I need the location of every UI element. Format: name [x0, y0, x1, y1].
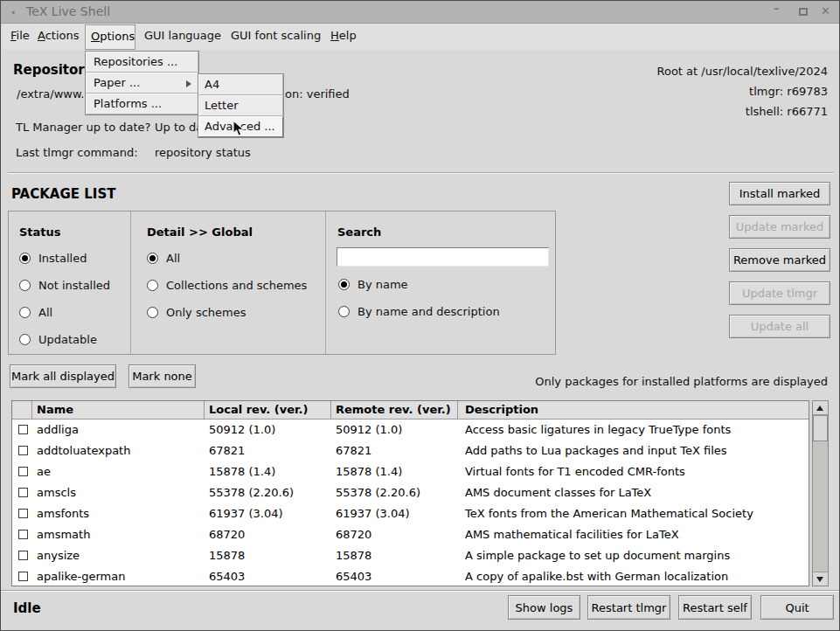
menu-bar: File Actions Options GUI language GUI fo… — [2, 24, 840, 50]
repository-heading: Repository — [13, 62, 94, 78]
filter-separator — [325, 211, 326, 354]
row-checkbox[interactable] — [18, 425, 28, 434]
mouse-cursor — [233, 120, 245, 137]
package-list-heading: PACKAGE LIST — [11, 186, 115, 202]
section-separator — [8, 172, 834, 174]
menu-help[interactable]: Help — [330, 29, 357, 42]
radio-icon — [19, 253, 31, 264]
menu-gui-font-scaling[interactable]: GUI font scaling — [231, 29, 321, 42]
table-row[interactable]: addliga 50912 (1.0) 50912 (1.0) Access b… — [12, 420, 809, 440]
last-tlmgr-command-value: repository status — [155, 146, 251, 159]
install-marked-button[interactable]: Install marked — [729, 182, 830, 205]
menu-item-letter[interactable]: Letter — [198, 95, 283, 116]
menu-item-a4[interactable]: A4 — [198, 74, 283, 95]
scrollbar-thumb[interactable] — [813, 415, 828, 441]
header-local-rev: Local rev. (ver.) — [205, 401, 331, 420]
platforms-note: Only packages for installed platforms ar… — [535, 375, 828, 388]
radio-icon — [147, 307, 158, 318]
scroll-up-button[interactable] — [813, 401, 828, 415]
search-input[interactable] — [337, 247, 549, 267]
table-row[interactable]: ae 15878 (1.4) 15878 (1.4) Virtual fonts… — [12, 461, 809, 482]
table-row[interactable]: amsmath 68720 68720 AMS mathematical fac… — [12, 524, 809, 545]
radio-icon — [19, 334, 31, 345]
title-bar[interactable]: • TeX Live Shell – ✕ — [1, 1, 839, 24]
menu-gui-language[interactable]: GUI language — [144, 29, 221, 42]
row-checkbox[interactable] — [18, 467, 28, 476]
row-checkbox[interactable] — [18, 509, 28, 518]
root-path-label: Root at /usr/local/texlive/2024 — [656, 65, 828, 78]
menu-options[interactable]: Options — [85, 24, 135, 50]
table-row[interactable]: apalike-german 65403 65403 A copy of apa… — [12, 566, 809, 586]
mark-none-button[interactable]: Mark none — [128, 364, 196, 388]
update-tlmgr-button: Update tlmgr — [729, 281, 830, 305]
arrow-down-icon — [816, 577, 823, 582]
show-logs-button[interactable]: Show logs — [508, 595, 580, 620]
search-group-label: Search — [337, 225, 381, 239]
tlshell-revision-label: tlshell: r66771 — [746, 105, 828, 118]
app-icon: • — [10, 7, 17, 18]
window-title: TeX Live Shell — [26, 4, 110, 18]
repository-url: /extra/www. — [17, 87, 84, 101]
table-row[interactable]: anysize 15878 15878 A simple package to … — [12, 545, 809, 566]
row-checkbox[interactable] — [18, 488, 28, 497]
minimize-icon[interactable]: – — [774, 2, 780, 15]
table-row[interactable]: amsfonts 61937 (3.04) 61937 (3.04) TeX f… — [12, 503, 809, 524]
radio-icon — [338, 306, 350, 317]
row-checkbox[interactable] — [18, 446, 28, 455]
mark-all-displayed-button[interactable]: Mark all displayed — [10, 364, 116, 388]
table-header-row: Name Local rev. (ver.) Remote rev. (ver.… — [12, 401, 809, 420]
status-text: Idle — [13, 600, 41, 616]
arrow-up-icon — [816, 406, 823, 411]
menu-item-platforms[interactable]: Platforms ... — [86, 94, 198, 114]
tl-manager-uptodate-label: TL Manager up to date? — [16, 121, 150, 134]
status-group-label: Status — [19, 225, 61, 239]
update-all-button: Update all — [729, 315, 830, 338]
header-remote-rev: Remote rev. (ver.) — [331, 401, 458, 420]
menu-item-paper[interactable]: Paper ... — [86, 73, 198, 94]
radio-icon — [19, 307, 31, 318]
radio-icon — [147, 280, 158, 291]
detail-group-label: Detail >> Global — [147, 225, 253, 239]
radio-icon — [338, 279, 350, 290]
header-name: Name — [32, 401, 205, 420]
filter-separator — [130, 211, 131, 354]
row-checkbox[interactable] — [18, 572, 28, 581]
options-dropdown-menu: Repositories ... Paper ... Platforms ... — [85, 51, 199, 115]
quit-button[interactable]: Quit — [760, 595, 834, 620]
vertical-scrollbar[interactable] — [812, 400, 829, 586]
menu-item-repositories[interactable]: Repositories ... — [86, 52, 198, 73]
tex-live-shell-window: • TeX Live Shell – ✕ File Actions Option… — [0, 0, 840, 631]
menu-actions[interactable]: Actions — [38, 29, 80, 42]
filter-panel: Status Installed Not installed All Updat… — [8, 211, 556, 355]
tlmgr-revision-label: tlmgr: r69783 — [749, 85, 828, 98]
radio-icon — [147, 253, 158, 264]
remove-marked-button[interactable]: Remove marked — [729, 248, 830, 272]
radio-icon — [19, 280, 31, 291]
package-table: Name Local rev. (ver.) Remote rev. (ver.… — [11, 400, 809, 586]
restart-tlmgr-button[interactable]: Restart tlmgr — [587, 595, 670, 620]
update-marked-button: Update marked — [729, 215, 830, 239]
row-checkbox[interactable] — [18, 530, 28, 539]
header-mark-column — [12, 401, 32, 420]
maximize-icon[interactable] — [799, 8, 808, 16]
statusbar-separator — [1, 590, 840, 592]
header-description: Description — [458, 401, 809, 420]
menu-file[interactable]: File — [10, 29, 30, 42]
restart-self-button[interactable]: Restart self — [678, 595, 752, 620]
submenu-arrow-icon — [186, 80, 191, 87]
repository-verification: on: verified — [285, 87, 350, 101]
table-row[interactable]: amscls 55378 (2.20.6) 55378 (2.20.6) AMS… — [12, 482, 809, 503]
scroll-down-button[interactable] — [813, 572, 828, 586]
table-row[interactable]: addtoluatexpath 67821 67821 Add paths to… — [12, 440, 809, 461]
row-checkbox[interactable] — [18, 551, 28, 560]
close-icon[interactable]: ✕ — [821, 4, 830, 17]
last-tlmgr-command-label: Last tlmgr command: — [16, 146, 138, 159]
